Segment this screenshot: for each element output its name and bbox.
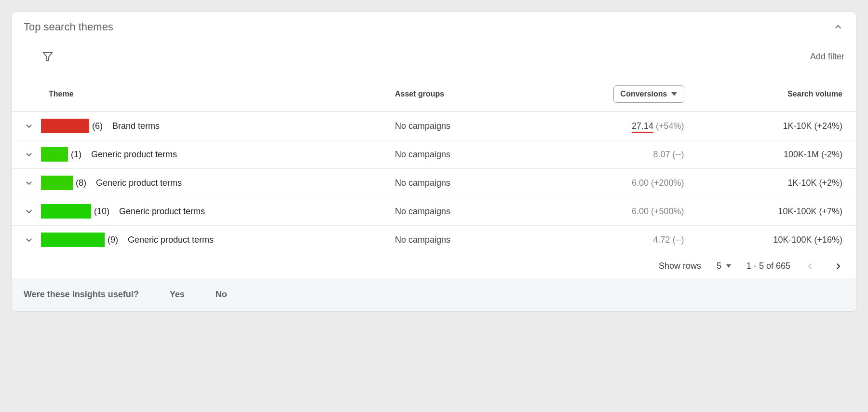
search-volume-cell: 100K-1M (-2%)	[696, 140, 856, 169]
collapse-icon[interactable]	[834, 23, 842, 31]
conversions-value: 6.00	[632, 178, 649, 188]
column-conversions-label: Conversions	[621, 90, 667, 98]
theme-label: Generic product terms	[119, 206, 205, 217]
theme-label: Generic product terms	[96, 178, 182, 188]
conversions-cell: 6.00 (+500%)	[544, 197, 696, 226]
conversions-change: (--)	[673, 235, 684, 245]
theme-cell: (8)Generic product terms	[16, 176, 372, 190]
sort-desc-icon	[671, 92, 677, 96]
theme-cell: (9)Generic product terms	[16, 233, 372, 247]
feedback-yes[interactable]: Yes	[170, 289, 185, 300]
page-range: 1 - 5 of 665	[746, 261, 790, 271]
expand-row-icon[interactable]	[25, 179, 33, 187]
table-row: (10)Generic product termsNo campaigns6.0…	[12, 197, 856, 226]
asset-groups-cell: No campaigns	[383, 140, 544, 169]
search-volume-cell: 1K-10K (+24%)	[696, 112, 856, 140]
theme-swatch	[41, 233, 105, 247]
card-title: Top search themes	[24, 21, 113, 33]
feedback-no[interactable]: No	[216, 289, 227, 300]
next-page-button[interactable]	[834, 262, 842, 271]
expand-row-icon[interactable]	[25, 122, 33, 130]
theme-swatch	[41, 204, 91, 219]
expand-row-icon[interactable]	[25, 150, 33, 159]
conversions-cell: 4.72 (--)	[544, 226, 696, 254]
conversions-cell: 27.14 (+54%)	[544, 112, 696, 140]
search-volume-cell: 10K-100K (+16%)	[696, 226, 856, 254]
theme-swatch	[41, 119, 89, 133]
search-volume-cell: 1K-10K (+2%)	[696, 169, 856, 197]
expand-row-icon[interactable]	[25, 235, 33, 244]
page-size-value: 5	[717, 261, 721, 271]
pagination: Show rows 5 1 - 5 of 665	[12, 254, 856, 278]
conversions-cell: 8.07 (--)	[544, 140, 696, 169]
conversions-change: (+500%)	[651, 206, 684, 216]
card-header: Top search themes	[12, 12, 856, 42]
themes-table: Theme Asset groups Conversions Search vo…	[12, 77, 856, 254]
filter-icon[interactable]	[42, 51, 54, 62]
svg-marker-0	[43, 53, 52, 60]
show-rows-label: Show rows	[659, 261, 701, 271]
conversions-change: (--)	[673, 150, 684, 159]
dropdown-icon	[726, 264, 731, 268]
conversions-value: 27.14	[632, 121, 653, 131]
search-volume-cell: 10K-100K (+7%)	[696, 197, 856, 226]
theme-label: Generic product terms	[128, 235, 214, 245]
conversions-change: (+200%)	[651, 178, 684, 188]
table-row: (1)Generic product termsNo campaigns8.07…	[12, 140, 856, 169]
asset-groups-cell: No campaigns	[383, 112, 544, 140]
asset-groups-cell: No campaigns	[383, 197, 544, 226]
theme-cell: (1)Generic product terms	[16, 147, 372, 162]
filter-bar: Add filter	[12, 42, 856, 77]
theme-count: (8)	[76, 178, 86, 188]
asset-groups-cell: No campaigns	[383, 226, 544, 254]
theme-count: (1)	[71, 150, 81, 160]
theme-count: (6)	[92, 121, 103, 131]
feedback-bar: Were these insights useful? Yes No	[12, 278, 856, 311]
table-row: (9)Generic product termsNo campaigns4.72…	[12, 226, 856, 254]
column-theme[interactable]: Theme	[12, 77, 383, 112]
asset-groups-cell: No campaigns	[383, 169, 544, 197]
column-search-volume[interactable]: Search volume	[696, 77, 856, 112]
prev-page-button[interactable]	[806, 262, 814, 271]
theme-count: (9)	[108, 235, 118, 245]
insights-card: Top search themes Add filter Theme Asset…	[12, 12, 856, 312]
conversions-value: 4.72	[653, 235, 670, 245]
page-size-select[interactable]: 5	[717, 261, 731, 271]
sort-conversions-button[interactable]: Conversions	[613, 85, 684, 103]
conversions-value: 6.00	[632, 206, 649, 216]
theme-count: (10)	[94, 206, 109, 217]
theme-cell: (6)Brand terms	[16, 119, 372, 133]
column-conversions: Conversions	[544, 77, 696, 112]
conversions-cell: 6.00 (+200%)	[544, 169, 696, 197]
theme-swatch	[41, 176, 73, 190]
theme-cell: (10)Generic product terms	[16, 204, 372, 219]
table-row: (6)Brand termsNo campaigns27.14 (+54%)1K…	[12, 112, 856, 140]
theme-label: Brand terms	[112, 121, 160, 131]
add-filter-button[interactable]: Add filter	[810, 52, 844, 62]
theme-label: Generic product terms	[91, 150, 177, 160]
table-row: (8)Generic product termsNo campaigns6.00…	[12, 169, 856, 197]
conversions-value: 8.07	[653, 150, 670, 159]
conversions-change: (+54%)	[656, 121, 684, 131]
theme-swatch	[41, 147, 68, 162]
column-asset-groups[interactable]: Asset groups	[383, 77, 544, 112]
feedback-question: Were these insights useful?	[24, 289, 139, 300]
expand-row-icon[interactable]	[25, 207, 33, 216]
